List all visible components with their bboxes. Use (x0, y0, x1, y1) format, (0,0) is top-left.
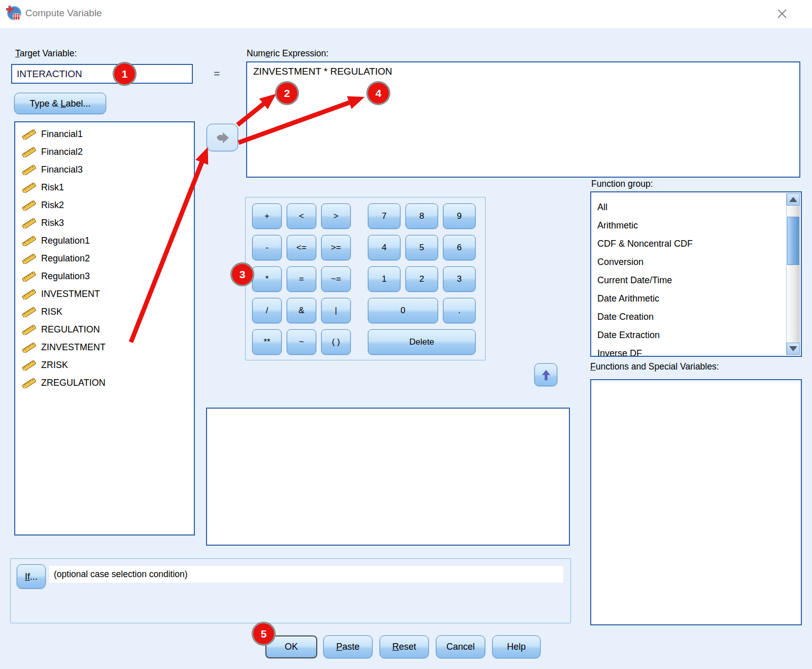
variable-item[interactable]: Regulation1 (15, 232, 194, 250)
key-minus[interactable]: - (252, 235, 282, 260)
ruler-icon (21, 289, 37, 299)
variable-item[interactable]: Regulation2 (15, 250, 194, 267)
key-less[interactable]: < (287, 204, 316, 229)
function-group-item[interactable]: CDF & Noncentral CDF (591, 235, 801, 253)
function-group-label: Function group: (591, 179, 653, 189)
ruler-icon (21, 236, 37, 246)
ruler-icon (21, 183, 37, 193)
step-badge-4: 4 (367, 82, 390, 105)
scrollbar-up-icon[interactable] (787, 193, 800, 206)
ruler-icon (21, 200, 37, 211)
ruler-icon (21, 378, 37, 388)
function-group-item[interactable]: Inverse DF (591, 344, 801, 357)
variable-item[interactable]: INVESTMENT (15, 285, 194, 303)
ruler-icon (21, 129, 37, 140)
step-badge-5: 5 (252, 622, 275, 645)
function-group-list[interactable]: All Arithmetic CDF & Noncentral CDF Conv… (590, 191, 802, 357)
scrollbar-down-icon[interactable] (787, 343, 800, 355)
key-greater-equal[interactable]: >= (321, 235, 351, 260)
ruler-icon (21, 360, 37, 371)
key-5[interactable]: 5 (405, 235, 438, 260)
key-delete[interactable]: Delete (368, 329, 476, 355)
target-variable-value: INTERACTION (17, 69, 82, 80)
key-not[interactable]: ~ (287, 329, 316, 355)
variable-item[interactable]: Financial1 (15, 125, 194, 143)
ruler-icon (21, 325, 37, 335)
scrollbar-thumb[interactable] (787, 217, 799, 265)
variable-item[interactable]: Risk1 (15, 179, 194, 196)
target-variable-label: Target Variable: (15, 48, 77, 59)
compute-variable-dialog: Compute Variable Target Variable: INTERA… (0, 0, 812, 669)
function-group-item[interactable]: Date Creation (591, 308, 801, 326)
key-and[interactable]: & (287, 298, 316, 323)
ruler-icon (21, 218, 37, 228)
key-divide[interactable]: / (252, 298, 282, 323)
window-title: Compute Variable (25, 8, 102, 19)
if-condition-field[interactable]: (optional case selection condition) (49, 566, 563, 583)
variable-item[interactable]: Financial3 (15, 161, 194, 179)
key-greater[interactable]: > (321, 204, 351, 229)
key-or[interactable]: | (321, 298, 351, 323)
variable-item[interactable]: Regulation3 (15, 267, 194, 285)
function-group-item[interactable]: Current Date/Time (591, 271, 801, 289)
function-group-item[interactable]: Date Arithmetic (591, 289, 801, 308)
function-group-item[interactable]: Date Extraction (591, 326, 801, 344)
key-decimal[interactable]: . (443, 298, 476, 323)
key-3[interactable]: 3 (443, 266, 476, 292)
variable-item[interactable]: ZREGULATION (15, 374, 194, 392)
target-variable-input[interactable]: INTERACTION (11, 64, 193, 84)
keypad: + < > 7 8 9 - <= >= 4 5 6 * = ~= 1 2 3 /… (252, 204, 476, 355)
function-group-item[interactable]: Conversion (591, 253, 801, 271)
step-badge-1: 1 (113, 62, 136, 85)
key-less-equal[interactable]: <= (287, 235, 316, 260)
key-7[interactable]: 7 (368, 204, 400, 229)
function-group-item[interactable]: Arithmetic (591, 216, 801, 235)
paste-button[interactable]: Paste (323, 635, 373, 658)
functions-special-label: Functions and Special Variables: (590, 361, 719, 372)
ruler-icon (21, 272, 37, 282)
ruler-icon (21, 147, 37, 157)
key-equal[interactable]: = (287, 266, 316, 292)
variable-item[interactable]: RISK (15, 303, 194, 321)
ruler-icon (21, 307, 37, 317)
spss-app-icon (5, 5, 22, 22)
variable-item[interactable]: Financial2 (15, 143, 194, 161)
variable-item[interactable]: ZRISK (15, 356, 194, 374)
step-badge-2: 2 (276, 82, 298, 105)
functions-special-list[interactable] (590, 379, 802, 625)
key-8[interactable]: 8 (405, 204, 438, 229)
if-button[interactable]: If... (17, 564, 46, 589)
move-to-expression-button[interactable] (207, 124, 238, 151)
key-6[interactable]: 6 (443, 235, 476, 260)
key-not-equal[interactable]: ~= (321, 266, 351, 292)
key-power[interactable]: ** (252, 329, 282, 355)
key-parentheses[interactable]: ( ) (321, 329, 351, 355)
key-plus[interactable]: + (252, 204, 282, 229)
numeric-expression-value: ZINVESTMENT * REGULATION (247, 62, 799, 81)
if-condition-text: (optional case selection condition) (54, 569, 188, 579)
variable-item-zinvestment[interactable]: ZINVESTMENT (15, 339, 194, 356)
close-icon[interactable] (775, 7, 789, 20)
type-and-label-button[interactable]: Type & Label... (14, 93, 106, 114)
variable-item[interactable]: Risk2 (15, 196, 194, 214)
variable-item[interactable]: REGULATION (15, 321, 194, 339)
scrollbar[interactable] (786, 193, 800, 355)
step-badge-3: 3 (231, 263, 254, 286)
numeric-expression-label: Numeric Expression: (247, 48, 328, 59)
ruler-icon (21, 165, 37, 175)
numeric-expression-input[interactable]: ZINVESTMENT * REGULATION (246, 61, 800, 178)
key-9[interactable]: 9 (443, 204, 476, 229)
key-0[interactable]: 0 (368, 298, 438, 323)
reset-button[interactable]: Reset (380, 635, 429, 658)
key-4[interactable]: 4 (368, 235, 400, 260)
function-group-item[interactable]: All (591, 198, 801, 216)
move-function-up-button[interactable] (534, 363, 557, 386)
key-2[interactable]: 2 (405, 266, 438, 292)
variable-list[interactable]: Financial1 Financial2 Financial3 Risk1 R… (14, 121, 195, 536)
variable-item[interactable]: Risk3 (15, 214, 194, 232)
key-multiply[interactable]: * (252, 266, 282, 292)
cancel-button[interactable]: Cancel (436, 635, 485, 658)
up-arrow-icon (539, 369, 553, 382)
key-1[interactable]: 1 (368, 266, 400, 292)
help-button[interactable]: Help (492, 635, 540, 658)
